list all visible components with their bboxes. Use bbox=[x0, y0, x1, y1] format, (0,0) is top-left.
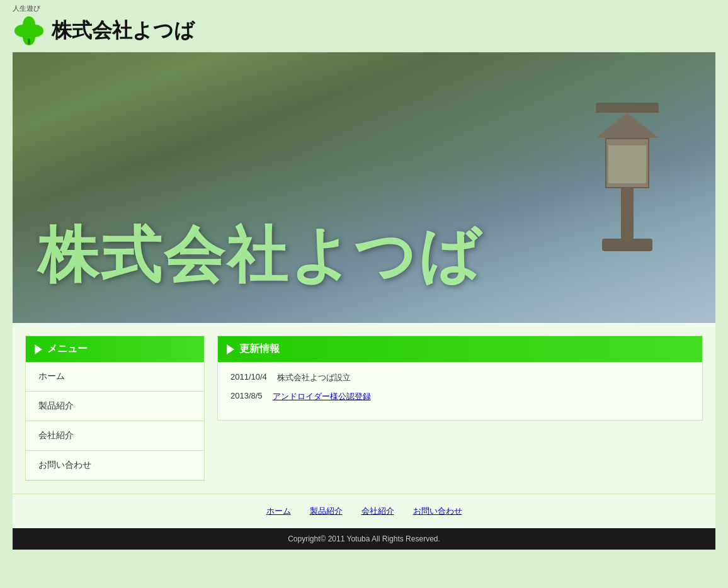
logo-company-name: 株式会社よつば bbox=[52, 17, 195, 45]
news-arrow-icon bbox=[227, 344, 234, 354]
menu-item-home[interactable]: ホーム bbox=[26, 362, 204, 392]
news-header-label: 更新情報 bbox=[239, 342, 280, 356]
main-content: メニュー ホーム 製品紹介 会社紹介 お問い合わせ bbox=[13, 323, 715, 494]
news-header: 更新情報 bbox=[218, 336, 702, 362]
news-item-0: 2011/10/4 株式会社よつば設立 bbox=[230, 372, 690, 383]
hero-banner: 株式会社よつば bbox=[13, 52, 715, 323]
footer-link-products[interactable]: 製品紹介 bbox=[310, 506, 343, 517]
menu-header: メニュー bbox=[26, 336, 204, 362]
sidebar: メニュー ホーム 製品紹介 会社紹介 お問い合わせ bbox=[25, 336, 205, 481]
menu-link-products[interactable]: 製品紹介 bbox=[38, 400, 74, 410]
svg-rect-4 bbox=[28, 38, 30, 45]
footer-link-home[interactable]: ホーム bbox=[266, 506, 291, 517]
news-area: 更新情報 2011/10/4 株式会社よつば設立 2013/8/5 アンドロイダ… bbox=[217, 336, 703, 421]
copyright-text: Copyright© 2011 Yotuba All Rights Reserv… bbox=[288, 534, 440, 543]
menu-link-home[interactable]: ホーム bbox=[38, 371, 65, 381]
news-content: 2011/10/4 株式会社よつば設立 2013/8/5 アンドロイダー様公認登… bbox=[218, 362, 702, 420]
footer-nav: ホーム 製品紹介 会社紹介 お問い合わせ bbox=[13, 494, 715, 528]
menu-list: ホーム 製品紹介 会社紹介 お問い合わせ bbox=[26, 362, 204, 480]
menu-link-about[interactable]: 会社紹介 bbox=[38, 430, 74, 440]
hero-title: 株式会社よつば bbox=[38, 225, 482, 285]
menu-item-contact[interactable]: お問い合わせ bbox=[26, 451, 204, 480]
site-tagline: 人生遊び bbox=[13, 4, 40, 12]
news-text-0: 株式会社よつば設立 bbox=[277, 372, 351, 383]
logo-clover-icon bbox=[13, 14, 45, 47]
copyright-bar: Copyright© 2011 Yotuba All Rights Reserv… bbox=[13, 528, 715, 550]
menu-item-products[interactable]: 製品紹介 bbox=[26, 392, 204, 421]
news-date-1: 2013/8/5 bbox=[230, 391, 263, 402]
footer-link-about[interactable]: 会社紹介 bbox=[361, 506, 394, 517]
footer-nav-links: ホーム 製品紹介 会社紹介 お問い合わせ bbox=[13, 506, 715, 517]
menu-link-contact[interactable]: お問い合わせ bbox=[38, 460, 91, 470]
news-date-0: 2011/10/4 bbox=[230, 372, 267, 383]
site-header: 人生遊び 株式会社よつば bbox=[13, 0, 715, 52]
news-item-1: 2013/8/5 アンドロイダー様公認登録 bbox=[230, 391, 690, 402]
news-link-1[interactable]: アンドロイダー様公認登録 bbox=[273, 391, 371, 402]
menu-arrow-icon bbox=[35, 344, 42, 354]
footer-link-contact[interactable]: お問い合わせ bbox=[413, 506, 462, 517]
menu-item-about[interactable]: 会社紹介 bbox=[26, 421, 204, 451]
menu-header-label: メニュー bbox=[47, 342, 88, 356]
svg-point-3 bbox=[14, 25, 31, 37]
